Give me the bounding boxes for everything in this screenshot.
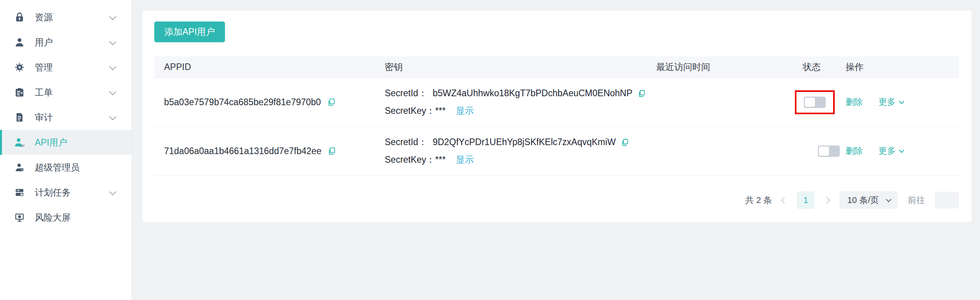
- sidebar-item-scheduled-tasks[interactable]: 计划任务: [0, 180, 132, 205]
- lock-icon: [14, 11, 25, 23]
- more-label: 更多: [878, 145, 896, 157]
- chevron-down-icon: [109, 38, 116, 45]
- column-header-last-access: 最近访问时间: [646, 61, 793, 73]
- status-toggle[interactable]: [818, 146, 840, 157]
- appid-value: b5a03e7579b74ca685be29f81e7970b0: [164, 97, 321, 108]
- secret-id-label: SecretId：: [385, 87, 427, 99]
- sidebar-item-work-orders[interactable]: 工单: [0, 80, 132, 105]
- copy-icon[interactable]: [638, 90, 646, 97]
- sidebar: 资源 用户 管理 工单 审计 API API用户: [0, 0, 132, 300]
- page-size-label: 10 条/页: [847, 194, 879, 206]
- sidebar-item-label: 用户: [35, 36, 109, 49]
- secret-key-label: SecretKey：***: [385, 105, 446, 117]
- chevron-down-icon: [899, 147, 904, 153]
- sidebar-item-label: 风险大屏: [35, 212, 114, 224]
- admin-user-icon: [14, 162, 25, 173]
- goto-page-input[interactable]: [935, 192, 959, 208]
- goto-page-label: 前往: [908, 194, 925, 206]
- secret-id-value: 9D2QfYcPDr1UEhYp8jSKfKElc7zxAqvqKmiW: [433, 137, 616, 147]
- status-toggle[interactable]: [804, 97, 826, 108]
- sidebar-item-users[interactable]: 用户: [0, 30, 132, 55]
- column-header-actions: 操作: [836, 61, 959, 73]
- sidebar-item-management[interactable]: 管理: [0, 55, 132, 80]
- secret-id-label: SecretId：: [385, 136, 427, 148]
- document-icon: [14, 111, 25, 123]
- chevron-down-icon: [886, 196, 891, 202]
- sidebar-item-label: 超级管理员: [35, 162, 114, 174]
- sidebar-item-label: 审计: [35, 111, 109, 124]
- table-row: b5a03e7579b74ca685be29f81e7970b0 SecretI…: [154, 78, 959, 127]
- delete-button[interactable]: 删除: [846, 145, 863, 157]
- copy-icon[interactable]: [327, 98, 336, 106]
- clipboard-icon: [14, 86, 25, 98]
- show-secret-link[interactable]: 显示: [456, 105, 474, 117]
- main-content: 添加API用户 APPID 密钥 最近访问时间 状态 操作 b5a03e7579…: [132, 0, 980, 300]
- api-user-icon: API: [14, 137, 25, 148]
- chevron-down-icon: [109, 63, 116, 70]
- sidebar-item-resources[interactable]: 资源: [0, 5, 132, 30]
- copy-icon[interactable]: [328, 147, 336, 155]
- sidebar-item-super-admin[interactable]: 超级管理员: [0, 155, 132, 180]
- page-number-button[interactable]: 1: [797, 191, 814, 209]
- svg-text:API: API: [20, 144, 25, 148]
- user-icon: [14, 36, 25, 48]
- scheduled-task-icon: [14, 187, 25, 198]
- pagination: 共 2 条 1 10 条/页 前往: [154, 191, 959, 209]
- column-header-status: 状态: [793, 61, 836, 73]
- api-users-card: 添加API用户 APPID 密钥 最近访问时间 状态 操作 b5a03e7579…: [143, 11, 971, 222]
- column-header-secret: 密钥: [375, 61, 646, 73]
- toggle-knob: [805, 97, 815, 107]
- toggle-knob: [819, 146, 829, 156]
- page-size-select[interactable]: 10 条/页: [839, 191, 898, 209]
- table-row: 71da06a0aa1b4661a1316dd7e7fb42ee SecretI…: [154, 127, 959, 176]
- api-users-table: APPID 密钥 最近访问时间 状态 操作 b5a03e7579b74ca685…: [154, 56, 959, 176]
- sidebar-item-label: 资源: [35, 11, 109, 23]
- sidebar-item-api-users[interactable]: API API用户: [0, 130, 132, 155]
- sidebar-item-label: 计划任务: [35, 187, 109, 199]
- chevron-down-icon: [899, 99, 904, 104]
- prev-page-icon[interactable]: [781, 197, 788, 203]
- show-secret-link[interactable]: 显示: [456, 154, 474, 166]
- table-header-row: APPID 密钥 最近访问时间 状态 操作: [154, 56, 959, 78]
- sidebar-item-audit[interactable]: 审计: [0, 105, 132, 130]
- copy-icon[interactable]: [621, 138, 629, 146]
- chevron-down-icon: [109, 113, 116, 120]
- next-page-icon[interactable]: [824, 197, 830, 203]
- delete-button[interactable]: 删除: [846, 96, 863, 108]
- sidebar-item-risk-dashboard[interactable]: 风险大屏: [0, 205, 132, 230]
- more-button[interactable]: 更多: [878, 145, 903, 157]
- gear-icon: [14, 61, 25, 73]
- monitor-icon: [14, 212, 25, 223]
- total-count-label: 共 2 条: [745, 194, 772, 206]
- add-api-user-button[interactable]: 添加API用户: [154, 22, 225, 42]
- secret-id-value: b5WZ4aUhhwko18KgT7bPDchbAeuCM0ENohNP: [433, 88, 632, 99]
- column-header-appid: APPID: [154, 62, 375, 72]
- sidebar-item-label: 工单: [35, 86, 109, 99]
- chevron-down-icon: [109, 88, 116, 95]
- chevron-down-icon: [109, 188, 116, 195]
- chevron-down-icon: [109, 13, 116, 20]
- more-button[interactable]: 更多: [878, 96, 903, 108]
- sidebar-item-label: API用户: [35, 137, 114, 149]
- appid-value: 71da06a0aa1b4661a1316dd7e7fb42ee: [164, 146, 321, 156]
- more-label: 更多: [878, 96, 896, 108]
- highlight-red-box: [795, 90, 835, 114]
- secret-key-label: SecretKey：***: [385, 154, 446, 166]
- sidebar-item-label: 管理: [35, 61, 109, 74]
